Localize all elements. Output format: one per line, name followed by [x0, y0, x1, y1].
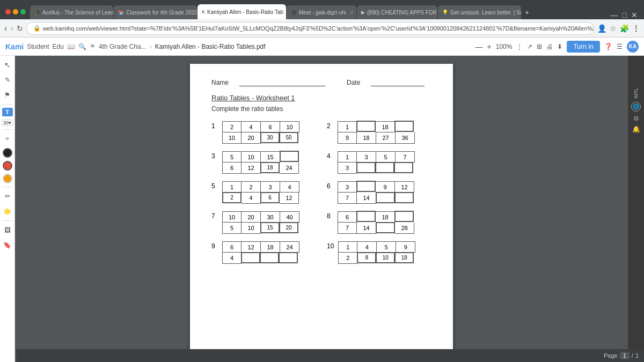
problems-container: 1 2 4 6 10 10 20 30 50: [211, 121, 431, 264]
search-icon[interactable]: 🔍: [78, 43, 86, 50]
problem-10: 10 1 4 5 9 2 8 10 18: [327, 241, 431, 264]
ratio-table-8: 6 18 7 14 28: [338, 211, 414, 234]
minus-zoom-button[interactable]: —: [475, 42, 483, 51]
cell-answer: 6: [260, 192, 280, 203]
text-tool[interactable]: T: [2, 108, 13, 116]
cell-answer: [394, 192, 414, 203]
window-close-icon[interactable]: ✕: [631, 11, 638, 19]
cell-answer: 30: [260, 132, 280, 143]
cell: 18: [376, 211, 395, 223]
share-icon[interactable]: ↗: [527, 43, 532, 50]
name-date-row: Name Date: [211, 79, 431, 86]
cell: 3: [357, 151, 376, 162]
cell: 12: [395, 181, 414, 193]
cell: 10: [241, 151, 261, 162]
cell: 14: [357, 223, 376, 234]
new-tab-button[interactable]: +: [522, 5, 532, 19]
text-size-selector[interactable]: 30▾: [2, 120, 13, 126]
cell: 9: [338, 132, 357, 144]
zoom-level: 100%: [496, 43, 513, 50]
close-icon[interactable]: [5, 9, 11, 14]
black-color[interactable]: [3, 148, 12, 158]
download-icon[interactable]: ⬇: [557, 43, 562, 50]
cell: 3: [338, 162, 357, 174]
cell: 6: [338, 211, 357, 223]
back-button[interactable]: ‹: [4, 24, 7, 33]
pen-tool[interactable]: ✏: [2, 190, 13, 202]
ratio-table-2: 1 18 9 18 27 36: [338, 121, 415, 144]
divide-tool[interactable]: ÷: [2, 133, 13, 145]
flag-tool[interactable]: ⚑: [2, 89, 13, 101]
problem-9-num: 9: [211, 241, 218, 250]
sidebar-divider-3: [2, 187, 13, 187]
tab-close-meet[interactable]: ✕: [349, 10, 354, 16]
reload-button[interactable]: ↻: [17, 24, 23, 33]
tab-socratic[interactable]: 💡Get unstuck. Learn better. | Soc✕: [438, 5, 521, 19]
globe-icon[interactable]: 🌐: [631, 102, 641, 112]
cell: 1: [338, 151, 357, 162]
cell: 4: [241, 121, 261, 132]
settings-icon[interactable]: ⚙: [633, 115, 639, 122]
sticker-tool[interactable]: 🌟: [2, 205, 13, 217]
orange-color[interactable]: [3, 174, 12, 183]
tab-kamiyah-active[interactable]: KKamiyah Allen - Basic-Ratio Tab✕: [197, 4, 286, 19]
cell: 4: [357, 241, 377, 253]
breadcrumb1[interactable]: 4th Grade Cha...: [99, 43, 147, 50]
cell-answer: 10: [376, 252, 395, 263]
cell: 27: [376, 132, 396, 144]
ratio-table-7: 10 20 30 40 5 10 15 20: [222, 211, 299, 234]
date-label: Date: [347, 79, 360, 86]
profile-icon[interactable]: 👤: [597, 24, 606, 33]
cell-answer: [280, 151, 299, 162]
worksheet-title: Ratio Tables - Worksheet 1: [211, 94, 431, 102]
window-maximize-icon[interactable]: □: [623, 11, 627, 19]
bookmark-tool[interactable]: 🔖: [2, 239, 13, 251]
help-icon[interactable]: ❓: [604, 43, 612, 50]
cell: 1: [338, 121, 357, 132]
problem-8-num: 8: [327, 211, 333, 220]
problem-5: 5 1 2 3 4 2 4 6 12: [211, 181, 316, 204]
menu-dots-icon[interactable]: ⋮: [632, 24, 640, 33]
cell: 10: [241, 223, 261, 234]
cell: 6: [222, 162, 241, 174]
extensions-icon[interactable]: 🧩: [620, 24, 629, 33]
red-color[interactable]: [3, 161, 12, 171]
print-icon[interactable]: 🖨: [546, 43, 553, 50]
cell: 18: [357, 132, 376, 144]
menu-icon[interactable]: ☰: [617, 43, 623, 50]
cell: 10: [280, 121, 299, 132]
cell-answer: 2: [222, 192, 241, 203]
plus-zoom-button[interactable]: +: [487, 42, 492, 51]
sidebar-divider-2: [2, 129, 13, 130]
maximize-icon[interactable]: [20, 9, 26, 14]
notification-icon[interactable]: 🔔: [632, 125, 640, 133]
cell: 10: [222, 132, 241, 144]
cursor-tool[interactable]: ↖: [2, 59, 13, 71]
cell: 9: [396, 241, 415, 253]
cell-answer: [376, 222, 395, 233]
cell-answer: 20: [279, 222, 298, 233]
eraser-tool[interactable]: ✎: [2, 74, 13, 86]
layout-icon[interactable]: ⊞: [537, 43, 542, 50]
turn-in-button[interactable]: Turn In: [567, 41, 600, 53]
dots-icon: ⋮: [516, 43, 523, 50]
cell: 20: [241, 211, 261, 223]
problem-4-num: 4: [327, 151, 333, 160]
bookmark-icon[interactable]: ☆: [610, 24, 617, 33]
cell: 28: [395, 223, 414, 234]
tab-acellus[interactable]: 🎓Acellus - The Science of Learning✕: [30, 5, 113, 19]
window-minimize-icon[interactable]: —: [611, 11, 618, 19]
tab-classwork[interactable]: 📚Classwork for 4th Grade 2020-2✕: [114, 5, 197, 19]
forward-button[interactable]: ›: [10, 24, 13, 33]
ratio-table-10: 1 4 5 9 2 8 10 18: [338, 241, 415, 264]
user-avatar[interactable]: KA: [627, 41, 639, 53]
image-tool[interactable]: 🖼: [2, 224, 13, 236]
tab-cheating[interactable]: ▶(890) CHEATING APPS FOR SCI✕: [357, 5, 437, 19]
address-bar[interactable]: 🔒 web.kamihq.com/web/viewer.html?state=%…: [26, 22, 594, 35]
minimize-icon[interactable]: [13, 9, 18, 14]
cell: 10: [222, 211, 241, 223]
tab-meet[interactable]: 🎥Meet - gwk-dqzr-vhi✕: [287, 5, 356, 19]
problem-7-num: 7: [211, 211, 218, 220]
cell-answer: [375, 162, 394, 173]
ratio-table-9: 6 12 18 24 4: [222, 241, 299, 264]
